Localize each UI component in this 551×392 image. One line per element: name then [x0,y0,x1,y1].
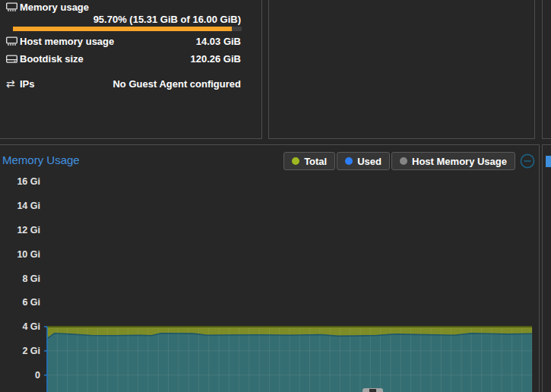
memory-usage-chart-panel: Memory Usage TotalUsedHost Memory Usage … [0,144,540,392]
y-tick-label: 10 Gi [0,249,40,260]
host-memory-row: Host memory usage 14.03 GiB [6,36,241,48]
legend-dot-icon [345,157,353,165]
y-tick-label: 12 Gi [0,225,40,236]
memory-usage-label: Memory usage [20,2,89,13]
bottom-edge-artifact [363,388,383,392]
host-memory-label: Host memory usage [20,36,114,47]
clipped-right-chart-panel [542,144,551,392]
chart-plot-area[interactable] [43,326,537,392]
ips-value: No Guest Agent configured [112,78,241,90]
y-tick-label: 4 Gi [0,321,40,332]
bootdisk-label: Bootdisk size [20,53,84,65]
chart-legend: TotalUsedHost Memory Usage [283,152,515,170]
legend-item-used[interactable]: Used [337,152,390,170]
memory-icon [6,2,17,12]
y-tick-label: 0 [0,370,40,381]
memory-icon [6,36,17,46]
chart-title: Memory Usage [2,153,80,166]
y-tick-label: 16 Gi [0,176,40,187]
legend-dot-icon [400,157,407,165]
ips-label: IPs [20,78,35,90]
y-tick-label: 2 Gi [0,346,40,356]
legend-label: Total [304,156,327,167]
legend-dot-icon [292,157,299,165]
bootdisk-value: 120.26 GiB [191,53,242,65]
y-tick-label: 14 Gi [0,201,40,211]
memory-progress-fill [13,27,232,31]
empty-status-panel [268,0,535,139]
host-memory-value: 14.03 GiB [196,36,241,47]
vm-status-panel: Memory usage 95.70% (15.31 GiB of 16.00 … [0,0,262,139]
memory-usage-value: 95.70% (15.31 GiB of 16.00 GiB) [93,14,241,25]
circle-minus-icon [521,154,534,167]
memory-progress-bar [13,27,242,31]
ips-row: ⇄ IPs No Guest Agent configured [6,78,241,90]
y-tick-label: 8 Gi [0,273,40,284]
legend-label: Used [357,156,382,167]
clipped-chart-title-fragment [546,156,551,167]
exchange-arrows-icon: ⇄ [6,79,17,89]
harddisk-icon [6,54,17,64]
bootdisk-row: Bootdisk size 120.26 GiB [6,53,241,65]
legend-item-host-memory-usage[interactable]: Host Memory Usage [391,152,515,170]
clipped-right-panel-top [542,0,551,139]
legend-label: Host Memory Usage [412,156,507,167]
y-tick-label: 6 Gi [0,297,40,308]
memory-usage-row: Memory usage [6,2,241,14]
collapse-chart-button[interactable] [520,153,535,169]
memory-detail-row: 95.70% (15.31 GiB of 16.00 GiB) [6,14,241,26]
legend-item-total[interactable]: Total [283,152,335,170]
